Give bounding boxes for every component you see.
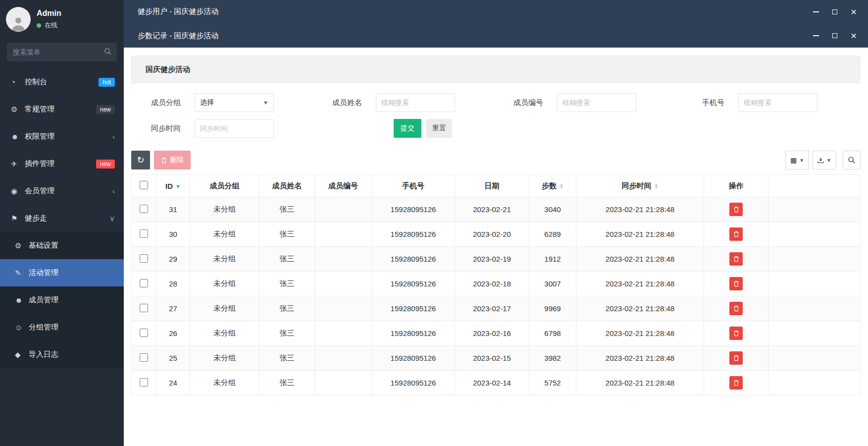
delete-row-button[interactable]	[729, 327, 743, 340]
sidebar-submenu-item[interactable]: ☺ 分组管理	[0, 314, 124, 341]
delete-row-button[interactable]	[729, 227, 743, 241]
name-cell: 张三	[259, 321, 315, 346]
sort-icons[interactable]: ▲▼	[560, 183, 563, 189]
table-row: 28 未分组 张三 15928095126 2023-02-18 3007 20…	[132, 272, 861, 296]
checkbox-cell	[132, 346, 156, 371]
window-title: 健步用户 - 国庆健步活动	[138, 7, 218, 16]
menu-item-label: 健步走	[25, 214, 47, 223]
code-cell	[315, 272, 372, 296]
minimize-icon[interactable]	[813, 32, 819, 39]
sidebar-menu-item[interactable]: ✈ 插件管理 new	[0, 150, 124, 177]
member-code-input[interactable]	[557, 93, 636, 112]
date-cell: 2023-02-21	[455, 197, 529, 222]
member-group-select[interactable]: 选择 ▼	[195, 93, 274, 112]
checkbox-cell	[132, 296, 156, 321]
columns-button[interactable]: ▦▼	[785, 151, 809, 169]
row-checkbox[interactable]	[140, 254, 148, 263]
member-name-input[interactable]	[376, 93, 455, 112]
close-icon[interactable]: ×	[850, 8, 857, 15]
delete-row-button[interactable]	[729, 203, 743, 216]
actions-cell	[704, 321, 768, 346]
delete-row-button[interactable]	[729, 252, 743, 266]
spacer-cell	[768, 272, 861, 296]
code-cell	[315, 197, 372, 222]
steps-cell: 9969	[529, 296, 576, 321]
menu-search	[7, 43, 117, 61]
minimize-icon[interactable]	[813, 8, 819, 15]
row-checkbox[interactable]	[140, 205, 148, 213]
close-icon[interactable]: ×	[850, 32, 857, 39]
row-checkbox[interactable]	[140, 229, 148, 238]
delete-button[interactable]: 删除	[154, 151, 191, 169]
sidebar-submenu-item[interactable]: ☻ 成员管理	[0, 286, 124, 314]
sidebar-menu-item[interactable]: ⚑ 健步走 ∨	[0, 205, 124, 232]
name-cell: 张三	[259, 197, 315, 222]
sidebar-submenu-item[interactable]: ✎ 活动管理	[0, 259, 124, 286]
id-cell: 24	[156, 371, 190, 395]
column-header-sync[interactable]: 同步时间▲▼	[576, 175, 704, 197]
sidebar-menu-item[interactable]: ◉ 会员管理 ‹	[0, 177, 124, 205]
group-cell: 未分组	[190, 247, 259, 272]
column-header-steps[interactable]: 步数▲▼	[529, 175, 576, 197]
date-cell: 2023-02-18	[455, 272, 529, 296]
sync-cell: 2023-02-21 21:28:48	[576, 296, 704, 321]
chevron-down-icon: ▼	[799, 158, 804, 163]
name-cell: 张三	[259, 222, 315, 247]
id-cell: 28	[156, 272, 190, 296]
row-checkbox[interactable]	[140, 329, 148, 337]
menu-item-icon: ⚙	[11, 105, 25, 114]
search-icon[interactable]	[104, 48, 112, 57]
delete-row-button[interactable]	[729, 376, 743, 390]
row-checkbox[interactable]	[140, 378, 148, 387]
sidebar-menu-item[interactable]: ☻ 权限管理 ‹	[0, 123, 124, 150]
export-button[interactable]: ▼	[813, 151, 836, 169]
row-checkbox[interactable]	[140, 353, 148, 362]
sidebar-menu-item[interactable]: ◔ 控制台 hot	[0, 68, 124, 96]
submit-button[interactable]: 提交	[394, 119, 421, 138]
name-cell: 张三	[259, 371, 315, 395]
refresh-icon: ↻	[137, 155, 144, 165]
reset-button[interactable]: 重置	[426, 119, 452, 138]
delete-row-button[interactable]	[729, 277, 743, 290]
grid-icon: ▦	[790, 156, 797, 164]
group-cell: 未分组	[190, 371, 259, 395]
refresh-button[interactable]: ↻	[131, 151, 150, 169]
window-titlebar-back[interactable]: 健步用户 - 国庆健步活动 ×	[124, 0, 868, 24]
table-row: 29 未分组 张三 15928095126 2023-02-19 1912 20…	[132, 247, 861, 272]
name-cell: 张三	[259, 296, 315, 321]
spacer-cell	[768, 247, 861, 272]
group-cell: 未分组	[190, 346, 259, 371]
row-checkbox[interactable]	[140, 304, 148, 312]
row-checkbox[interactable]	[140, 279, 148, 287]
sync-time-input[interactable]	[195, 119, 274, 138]
phone-input[interactable]	[738, 93, 817, 112]
maximize-icon[interactable]	[831, 8, 838, 15]
sync-time-label: 同步时间	[131, 124, 181, 133]
submenu-item-icon: ✎	[15, 269, 29, 278]
maximize-icon[interactable]	[831, 32, 838, 39]
id-cell: 29	[156, 247, 190, 272]
date-cell: 2023-02-19	[455, 247, 529, 272]
actions-cell	[704, 247, 768, 272]
spacer-cell	[768, 346, 861, 371]
sidebar-submenu-item[interactable]: ⚙ 基础设置	[0, 232, 124, 259]
name-cell: 张三	[259, 346, 315, 371]
group-cell: 未分组	[190, 197, 259, 222]
table-search-button[interactable]	[843, 151, 861, 169]
sort-desc-icon[interactable]: ▼	[175, 183, 181, 189]
group-cell: 未分组	[190, 321, 259, 346]
select-all-checkbox[interactable]	[140, 181, 148, 189]
menu-search-input[interactable]	[7, 43, 117, 61]
avatar[interactable]	[6, 7, 31, 32]
sort-icons[interactable]: ▲▼	[655, 183, 659, 189]
sidebar-menu-item[interactable]: ⚙ 常规管理 new	[0, 96, 124, 123]
delete-row-button[interactable]	[729, 351, 743, 365]
sidebar-submenu-item[interactable]: ◆ 导入日志	[0, 341, 124, 368]
delete-row-button[interactable]	[729, 302, 743, 315]
column-header-id[interactable]: ID▼	[156, 175, 190, 197]
user-status: 在线	[37, 21, 61, 30]
group-cell: 未分组	[190, 272, 259, 296]
phone-cell: 15928095126	[372, 321, 455, 346]
column-header-date: 日期	[455, 175, 529, 197]
window-titlebar-front[interactable]: 步数记录 - 国庆健步活动 ×	[124, 24, 868, 48]
